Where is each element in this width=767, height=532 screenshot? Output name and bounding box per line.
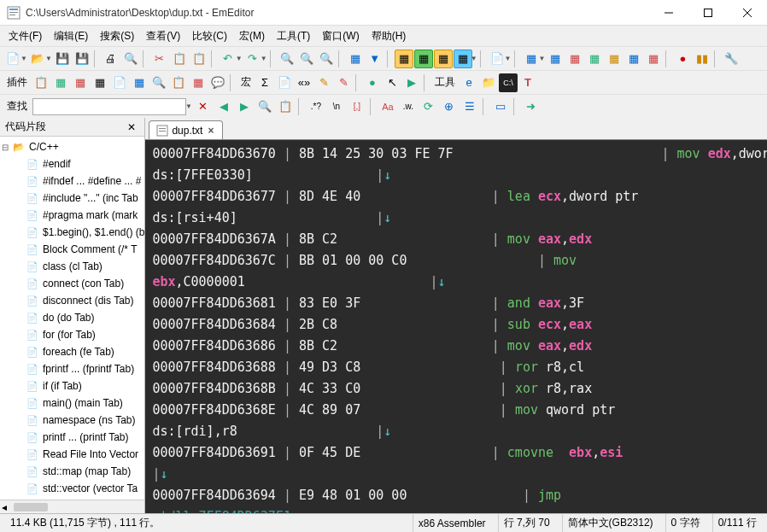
panel2-icon[interactable]: ▦ [414,50,433,68]
fregex-icon[interactable]: .*? [307,97,325,116]
cut-icon[interactable]: ✂ [150,50,169,68]
menu-edit[interactable]: 编辑(E) [49,27,93,45]
p1-icon[interactable]: 📋 [32,73,50,92]
wrench-icon[interactable]: 🔧 [722,50,741,68]
tree-item[interactable]: 📄Read File Into Vector [0,446,144,463]
sigma-icon[interactable]: Σ [255,73,274,92]
tree-item[interactable]: 📄namespace (ns Tab) [0,412,144,429]
fpaste-icon[interactable]: 📋 [276,97,295,116]
saveall-icon[interactable]: 💾 [73,50,91,68]
new-icon[interactable]: 📄 [3,50,22,68]
menu-file[interactable]: 文件(F) [3,27,47,45]
find-input[interactable] [32,98,186,115]
grid3-icon[interactable]: ▦ [546,50,565,68]
sidebar-hscroll[interactable]: ◂ [0,500,144,513]
m1-icon[interactable]: 📄 [275,73,294,92]
m2-icon[interactable]: «» [295,73,313,92]
tree-item[interactable]: 📄fprintf ... (fprintf Tab) [0,360,144,377]
stop-icon[interactable]: ▮▮ [693,50,711,68]
folder-icon[interactable]: 📁 [479,73,498,92]
p3-icon[interactable]: ▦ [71,73,90,92]
tree-root[interactable]: ⊟ 📂 C/C++ [0,138,144,155]
tree-item[interactable]: 📄class (cl Tab) [0,258,144,275]
snippet-tree[interactable]: ⊟ 📂 C/C++ 📄#endif📄#ifndef ... #define ..… [0,137,144,500]
p6-icon[interactable]: ▦ [130,73,149,92]
menu-view[interactable]: 查看(V) [141,27,185,45]
tab-dup[interactable]: dup.txt × [149,120,223,139]
floop-icon[interactable]: ⟳ [419,97,438,116]
p9-icon[interactable]: ▦ [189,73,208,92]
tree-item[interactable]: 📄std::vector (vector Ta [0,480,144,497]
tree-item[interactable]: 📄Block Comment (/* T [0,241,144,258]
copy-icon[interactable]: 📋 [170,50,189,68]
close-button[interactable] [728,0,767,26]
tab-close-icon[interactable]: × [206,125,215,137]
menu-search[interactable]: 搜索(S) [95,27,139,45]
fcount-icon[interactable]: ⊕ [440,97,459,116]
grid7-icon[interactable]: ▦ [624,50,643,68]
cmd-icon[interactable]: C:\ [499,73,518,92]
m7-icon[interactable]: ▶ [402,73,421,92]
p8-icon[interactable]: 📋 [169,73,188,92]
panel3-icon[interactable]: ▦ [434,50,453,68]
ie-icon[interactable]: e [460,73,478,92]
m4-icon[interactable]: ✎ [334,73,353,92]
tree-item[interactable]: 📄if (if Tab) [0,377,144,395]
fesc-icon[interactable]: \n [327,97,346,116]
menu-tool[interactable]: 工具(T) [272,27,315,45]
tree-item[interactable]: 📄main() (main Tab) [0,395,144,412]
find-icon[interactable]: 🔍 [278,50,296,68]
findfiles-icon[interactable]: 🔍 [317,50,336,68]
open-icon[interactable]: 📂 [28,50,47,68]
p7-icon[interactable]: 🔍 [149,73,168,92]
tree-item[interactable]: 📄#ifndef ... #define ... # [0,172,144,190]
code-area[interactable]: 00007FF84DD63670 | 8B 14 25 30 03 FE 7F … [145,140,767,513]
fwhole-icon[interactable]: .w. [399,97,418,116]
tree-item[interactable]: 📄for (for Tab) [0,326,144,343]
grid4-icon[interactable]: ▦ [565,50,584,68]
filter-icon[interactable]: ▼ [366,50,384,68]
grid6-icon[interactable]: ▦ [605,50,624,68]
undo-icon[interactable]: ↶ [219,50,237,68]
menu-help[interactable]: 帮助(H) [366,27,412,45]
paste-icon[interactable]: 📋 [190,50,208,68]
tree-item[interactable]: 📄do (do Tab) [0,309,144,326]
save-icon[interactable]: 💾 [53,50,72,68]
grid-icon[interactable]: ▦ [346,50,365,68]
panel1-icon[interactable]: ▦ [395,50,413,68]
grid8-icon[interactable]: ▦ [644,50,663,68]
print-icon[interactable]: 🖨 [102,50,120,68]
maximize-button[interactable] [688,0,728,26]
p2-icon[interactable]: ▦ [51,73,70,92]
m5-icon[interactable]: ● [363,73,382,92]
menu-window[interactable]: 窗口(W) [317,27,364,45]
grid5-icon[interactable]: ▦ [585,50,604,68]
tree-item[interactable]: 📄#pragma mark (mark [0,207,144,224]
tree-item[interactable]: 📄#include "..." (inc Tab [0,190,144,207]
tree-item[interactable]: 📄printf ... (printf Tab) [0,429,144,446]
redo-icon[interactable]: ↷ [243,50,262,68]
sidebar-close-icon[interactable]: ✕ [124,121,139,133]
fcase-icon[interactable]: Aa [378,97,397,116]
p4-icon[interactable]: ▦ [91,73,109,92]
preview-icon[interactable]: 🔍 [121,50,140,68]
doc-icon[interactable]: 📄 [488,50,506,68]
panel4-icon[interactable]: ▦ [454,50,472,68]
tree-item[interactable]: 📄foreach (fe Tab) [0,343,144,360]
fsel-icon[interactable]: ▭ [491,97,510,116]
p5-icon[interactable]: 📄 [110,73,129,92]
t-icon[interactable]: T [518,73,537,92]
tree-item[interactable]: 📄connect (con Tab) [0,275,144,292]
menu-compare[interactable]: 比较(C) [187,27,232,45]
flist-icon[interactable]: ☰ [460,97,479,116]
m3-icon[interactable]: ✎ [314,73,333,92]
fnext-icon[interactable]: ▶ [235,97,254,116]
menu-macro[interactable]: 宏(M) [234,27,270,45]
tree-item[interactable]: 📄std::map (map Tab) [0,463,144,480]
replace-icon[interactable]: 🔍 [297,50,316,68]
fx-icon[interactable]: ✕ [194,97,213,116]
tree-item[interactable]: 📄$1.begin(), $1.end() (b [0,224,144,241]
tree-item[interactable]: 📄#endif [0,155,144,172]
fword-icon[interactable]: 🔍 [255,97,274,116]
fnum-icon[interactable]: [,] [348,97,366,116]
